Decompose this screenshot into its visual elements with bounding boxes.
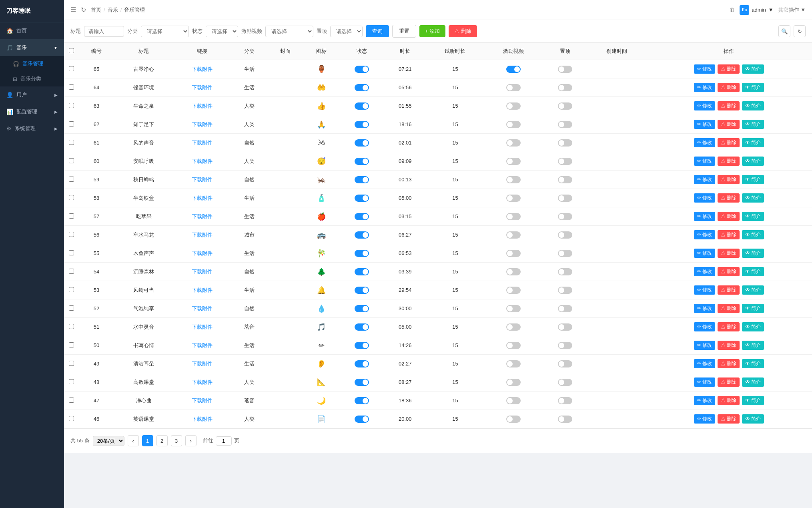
delete-btn-49[interactable]: △ 删除	[718, 359, 740, 368]
sidebar-item-music[interactable]: 🎵 音乐 ▼	[0, 39, 64, 56]
edit-btn-64[interactable]: ✏ 修改	[694, 83, 715, 92]
row-status[interactable]	[340, 97, 385, 115]
row-status[interactable]	[340, 336, 385, 355]
row-link[interactable]: 下载附件	[173, 207, 231, 226]
row-incentive[interactable]	[484, 171, 543, 189]
row-checkbox-46[interactable]	[69, 416, 74, 421]
delete-btn-63[interactable]: △ 删除	[718, 101, 740, 110]
row-link[interactable]: 下载附件	[173, 226, 231, 244]
intro-btn-62[interactable]: 👁 简介	[742, 120, 764, 129]
page-jump-input[interactable]	[216, 436, 232, 446]
delete-btn-47[interactable]: △ 删除	[718, 396, 740, 405]
row-top[interactable]	[543, 207, 587, 226]
edit-btn-54[interactable]: ✏ 修改	[694, 267, 715, 276]
page-size-select[interactable]: 20条/页	[93, 436, 124, 446]
delete-btn-51[interactable]: △ 删除	[718, 322, 740, 331]
menu-toggle-icon[interactable]: ☰	[70, 6, 76, 14]
row-status[interactable]	[340, 115, 385, 134]
edit-btn-63[interactable]: ✏ 修改	[694, 101, 715, 110]
intro-btn-64[interactable]: 👁 简介	[742, 83, 764, 92]
intro-btn-46[interactable]: 👁 简介	[742, 414, 764, 424]
row-status[interactable]	[340, 171, 385, 189]
row-link[interactable]: 下载附件	[173, 60, 231, 78]
refresh-icon[interactable]: ↻	[81, 6, 86, 14]
intro-btn-56[interactable]: 👁 简介	[742, 230, 764, 239]
row-incentive[interactable]	[484, 97, 543, 115]
row-top[interactable]	[543, 299, 587, 318]
filter-status-select[interactable]: 请选择	[206, 26, 238, 37]
row-checkbox-56[interactable]	[69, 232, 74, 237]
row-incentive[interactable]	[484, 134, 543, 152]
row-top[interactable]	[543, 171, 587, 189]
row-link[interactable]: 下载附件	[173, 189, 231, 207]
row-top[interactable]	[543, 115, 587, 134]
sidebar-item-music-category[interactable]: ⊞ 音乐分类	[0, 71, 64, 86]
row-incentive[interactable]	[484, 207, 543, 226]
row-status[interactable]	[340, 134, 385, 152]
intro-btn-51[interactable]: 👁 简介	[742, 322, 764, 331]
sidebar-item-music-manage[interactable]: 🎧 音乐管理	[0, 56, 64, 71]
delete-btn-53[interactable]: △ 删除	[718, 285, 740, 295]
sidebar-item-home[interactable]: 🏠 首页	[0, 22, 64, 39]
row-link[interactable]: 下载附件	[173, 134, 231, 152]
row-incentive[interactable]	[484, 263, 543, 281]
delete-btn-60[interactable]: △ 删除	[718, 157, 740, 166]
row-link[interactable]: 下载附件	[173, 392, 231, 410]
delete-btn-55[interactable]: △ 删除	[718, 249, 740, 258]
page-btn-2[interactable]: 2	[156, 435, 168, 446]
row-checkbox-54[interactable]	[69, 269, 74, 274]
intro-btn-54[interactable]: 👁 简介	[742, 267, 764, 276]
row-status[interactable]	[340, 299, 385, 318]
row-checkbox-64[interactable]	[69, 84, 74, 90]
edit-btn-53[interactable]: ✏ 修改	[694, 285, 715, 295]
intro-btn-65[interactable]: 👁 简介	[742, 64, 764, 74]
row-top[interactable]	[543, 373, 587, 392]
row-top[interactable]	[543, 336, 587, 355]
delete-btn-57[interactable]: △ 删除	[718, 212, 740, 221]
batch-delete-button[interactable]: △ 删除	[449, 25, 477, 37]
edit-btn-50[interactable]: ✏ 修改	[694, 341, 715, 350]
row-status[interactable]	[340, 355, 385, 373]
delete-btn-54[interactable]: △ 删除	[718, 267, 740, 276]
row-incentive[interactable]	[484, 392, 543, 410]
row-link[interactable]: 下载附件	[173, 299, 231, 318]
edit-btn-59[interactable]: ✏ 修改	[694, 175, 715, 184]
edit-btn-65[interactable]: ✏ 修改	[694, 64, 715, 74]
refresh-table-icon-btn[interactable]: ↻	[794, 25, 806, 37]
edit-btn-60[interactable]: ✏ 修改	[694, 157, 715, 166]
edit-btn-57[interactable]: ✏ 修改	[694, 212, 715, 221]
delete-btn-52[interactable]: △ 删除	[718, 304, 740, 313]
row-incentive[interactable]	[484, 373, 543, 392]
sidebar-item-system[interactable]: ⚙ 系统管理 ▶	[0, 120, 64, 137]
delete-btn-64[interactable]: △ 删除	[718, 83, 740, 92]
page-btn-3[interactable]: 3	[171, 435, 182, 446]
sidebar-item-config[interactable]: 📊 配置管理 ▶	[0, 103, 64, 120]
edit-btn-55[interactable]: ✏ 修改	[694, 249, 715, 258]
row-top[interactable]	[543, 244, 587, 263]
row-status[interactable]	[340, 152, 385, 171]
page-btn-1[interactable]: 1	[142, 435, 153, 446]
row-checkbox-63[interactable]	[69, 103, 74, 108]
filter-top-select[interactable]: 请选择	[330, 26, 363, 37]
row-status[interactable]	[340, 78, 385, 97]
intro-btn-61[interactable]: 👁 简介	[742, 138, 764, 147]
row-link[interactable]: 下载附件	[173, 336, 231, 355]
intro-btn-57[interactable]: 👁 简介	[742, 212, 764, 221]
row-link[interactable]: 下载附件	[173, 355, 231, 373]
edit-btn-61[interactable]: ✏ 修改	[694, 138, 715, 147]
row-top[interactable]	[543, 318, 587, 336]
row-status[interactable]	[340, 207, 385, 226]
reset-button[interactable]: 重置	[392, 25, 416, 38]
row-checkbox-53[interactable]	[69, 287, 74, 292]
row-link[interactable]: 下载附件	[173, 171, 231, 189]
row-top[interactable]	[543, 78, 587, 97]
delete-btn-61[interactable]: △ 删除	[718, 138, 740, 147]
filter-category-select[interactable]: 请选择	[141, 26, 189, 37]
extra-ops-btn[interactable]: 其它操作 ▼	[778, 6, 806, 14]
row-status[interactable]	[340, 189, 385, 207]
row-incentive[interactable]	[484, 78, 543, 97]
row-link[interactable]: 下载附件	[173, 281, 231, 299]
row-checkbox-47[interactable]	[69, 398, 74, 403]
row-status[interactable]	[340, 392, 385, 410]
row-checkbox-48[interactable]	[69, 379, 74, 384]
